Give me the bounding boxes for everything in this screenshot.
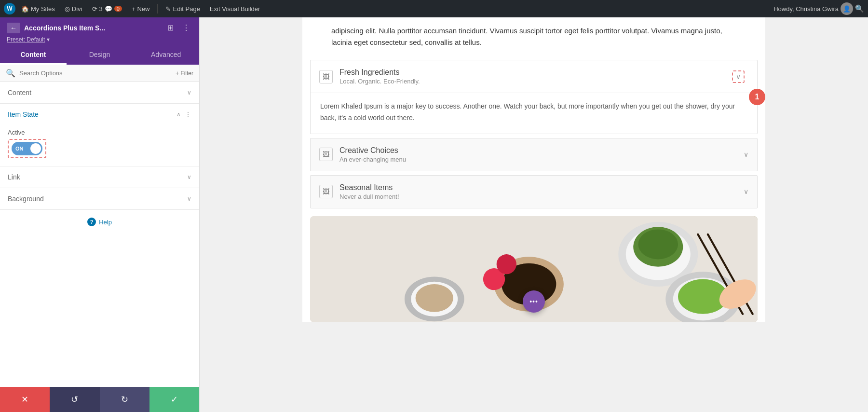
active-label: Active bbox=[8, 129, 191, 136]
chevron-down-icon-link: ∨ bbox=[187, 174, 191, 180]
plus-icon: + bbox=[132, 5, 136, 13]
section-background-title: Background bbox=[8, 195, 44, 203]
search-icon: 🔍 bbox=[6, 69, 15, 78]
accordion-header-fresh[interactable]: 🖼 Fresh Ingredients Local. Organic. Eco-… bbox=[311, 60, 757, 93]
accordion-container: 🖼 Fresh Ingredients Local. Organic. Eco-… bbox=[302, 60, 765, 208]
image-icon: 🖼 bbox=[319, 70, 333, 83]
comment-icon: 💬 bbox=[105, 5, 112, 13]
section-item-state-header[interactable]: Item State ∧ ⋮ bbox=[0, 104, 199, 125]
share-icon: ⟳ bbox=[92, 5, 97, 13]
left-panel: ← Accordions Plus Item S... ⊞ ⋮ Preset: … bbox=[0, 17, 200, 412]
accordion-item-creative: 🖼 Creative Choices An ever-changing menu… bbox=[310, 138, 758, 171]
accordion-header-seasonal[interactable]: 🖼 Seasonal Items Never a dull moment! ∨ bbox=[311, 176, 757, 208]
layout-icon-button[interactable]: ⊞ bbox=[165, 22, 176, 33]
accordion-body-fresh: Lorem Khaled Ipsum is a major key to suc… bbox=[311, 93, 757, 134]
svg-point-6 bbox=[638, 229, 678, 259]
section-content-header[interactable]: Content ∨ bbox=[0, 82, 199, 103]
panel-header: ← Accordions Plus Item S... ⊞ ⋮ Preset: … bbox=[0, 17, 199, 46]
image-icon-3: 🖼 bbox=[319, 185, 333, 198]
accordion-title-seasonal: Seasonal Items bbox=[339, 183, 737, 192]
exit-builder-button[interactable]: Exit Visual Builder bbox=[206, 3, 264, 14]
my-sites-icon: 🏠 bbox=[21, 5, 29, 13]
accordion-text-fresh: Fresh Ingredients Local. Organic. Eco-Fr… bbox=[339, 68, 725, 85]
section-item-state-content: Active ON bbox=[0, 125, 199, 166]
divider-1 bbox=[157, 4, 158, 14]
user-area: Howdy, Christina Gwira 👤 🔍 bbox=[773, 2, 864, 15]
pencil-icon: ✎ bbox=[165, 5, 171, 13]
save-button[interactable]: ✓ bbox=[149, 387, 199, 412]
filter-button[interactable]: + Filter bbox=[176, 70, 193, 77]
chevron-creative: ∨ bbox=[744, 151, 748, 158]
accordion-subtitle-seasonal: Never a dull moment! bbox=[339, 193, 737, 200]
chevron-down-icon: ∨ bbox=[187, 89, 191, 96]
floating-action-button[interactable]: ••• bbox=[523, 290, 545, 313]
cancel-button[interactable]: ✕ bbox=[0, 387, 50, 412]
tab-bar: Content Design Advanced bbox=[0, 46, 199, 65]
toggle-wrapper: ON bbox=[8, 139, 46, 158]
active-toggle[interactable]: ON bbox=[12, 142, 42, 155]
chevron-up-icon: ∧ bbox=[176, 111, 181, 118]
panel-content: Content ∨ Item State ∧ ⋮ Active bbox=[0, 82, 199, 387]
toggle-row: Active ON bbox=[8, 129, 191, 158]
toggle-knob bbox=[30, 143, 41, 154]
accordion-text-seasonal: Seasonal Items Never a dull moment! bbox=[339, 183, 737, 200]
accordion-text-creative: Creative Choices An ever-changing menu bbox=[339, 146, 737, 163]
search-bar: 🔍 + Filter bbox=[0, 65, 199, 82]
section-background-header[interactable]: Background ∨ bbox=[0, 188, 199, 209]
more-options-button[interactable]: ⋮ bbox=[180, 22, 192, 33]
svg-point-9 bbox=[416, 284, 453, 312]
dashed-box-fresh: ∨ bbox=[732, 70, 745, 83]
action-bar: ✕ ↺ ↻ ✓ bbox=[0, 387, 199, 412]
redo-button[interactable]: ↻ bbox=[100, 387, 149, 412]
tab-content[interactable]: Content bbox=[0, 46, 67, 65]
food-image: ••• bbox=[310, 216, 758, 322]
back-button[interactable]: ← bbox=[7, 23, 20, 33]
help-icon: ? bbox=[87, 218, 96, 226]
section-menu-icon[interactable]: ⋮ bbox=[185, 110, 191, 118]
accordion-badge-1: 1 bbox=[749, 89, 765, 105]
search-input[interactable] bbox=[19, 69, 172, 77]
chevron-fresh: ∨ bbox=[736, 73, 741, 81]
help-row: ? Help bbox=[0, 210, 199, 234]
divi-icon: ◎ bbox=[65, 5, 70, 13]
section-link: Link ∨ bbox=[0, 166, 199, 188]
accordion-item-fresh: 🖼 Fresh Ingredients Local. Organic. Eco-… bbox=[310, 60, 758, 134]
section-background: Background ∨ bbox=[0, 188, 199, 210]
accordion-header-creative[interactable]: 🖼 Creative Choices An ever-changing menu… bbox=[311, 138, 757, 171]
comments-menu[interactable]: ⟳ 3 💬 0 bbox=[88, 3, 126, 14]
section-content-title: Content bbox=[8, 89, 31, 96]
preset-label[interactable]: Preset: Default ▾ bbox=[7, 36, 192, 43]
main-layout: ← Accordions Plus Item S... ⊞ ⋮ Preset: … bbox=[0, 17, 868, 412]
accordion-subtitle-creative: An ever-changing menu bbox=[339, 156, 737, 163]
admin-bar: W 🏠 My Sites ◎ Divi ⟳ 3 💬 0 + New ✎ Edit… bbox=[0, 0, 868, 17]
tab-advanced[interactable]: Advanced bbox=[133, 46, 199, 65]
image-icon-2: 🖼 bbox=[319, 148, 333, 161]
divi-menu[interactable]: ◎ Divi bbox=[61, 3, 86, 14]
section-link-header[interactable]: Link ∨ bbox=[0, 166, 199, 188]
svg-point-11 bbox=[497, 254, 516, 274]
accordion-item-seasonal: 🖼 Seasonal Items Never a dull moment! ∨ bbox=[310, 175, 758, 208]
search-icon[interactable]: 🔍 bbox=[855, 4, 864, 13]
avatar: 👤 bbox=[841, 2, 853, 15]
section-item-state: Item State ∧ ⋮ Active ON bbox=[0, 104, 199, 166]
tab-design[interactable]: Design bbox=[67, 46, 133, 65]
chevron-seasonal: ∨ bbox=[744, 188, 748, 195]
new-button[interactable]: + New bbox=[128, 3, 154, 14]
content-area: adipiscing elit. Nulla porttitor accumsa… bbox=[200, 17, 868, 412]
help-label[interactable]: Help bbox=[99, 219, 112, 226]
user-greeting: Howdy, Christina Gwira bbox=[773, 5, 839, 13]
accordion-title-fresh: Fresh Ingredients bbox=[339, 68, 725, 77]
section-link-title: Link bbox=[8, 173, 20, 181]
section-content: Content ∨ bbox=[0, 82, 199, 104]
accordion-subtitle-fresh: Local. Organic. Eco-Friendly. bbox=[339, 78, 725, 85]
intro-text: adipiscing elit. Nulla porttitor accumsa… bbox=[302, 17, 765, 60]
wp-logo[interactable]: W bbox=[4, 3, 15, 14]
content-inner: adipiscing elit. Nulla porttitor accumsa… bbox=[302, 17, 765, 322]
section-item-state-title: Item State bbox=[8, 110, 39, 118]
panel-title: Accordions Plus Item S... bbox=[24, 24, 161, 32]
accordion-title-creative: Creative Choices bbox=[339, 146, 737, 155]
undo-button[interactable]: ↺ bbox=[50, 387, 99, 412]
edit-page-button[interactable]: ✎ Edit Page bbox=[162, 3, 203, 14]
my-sites-menu[interactable]: 🏠 My Sites bbox=[17, 3, 59, 14]
chevron-down-icon-bg: ∨ bbox=[187, 195, 191, 202]
